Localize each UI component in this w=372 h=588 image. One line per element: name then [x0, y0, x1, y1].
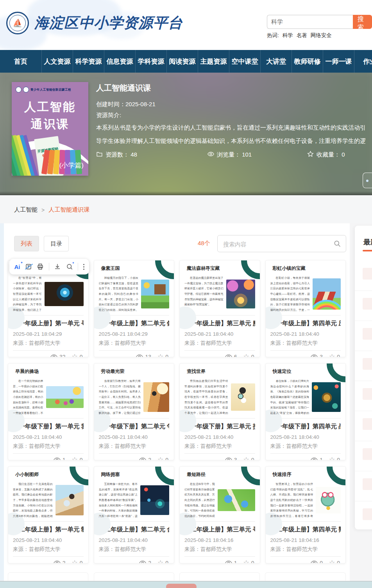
resource-card[interactable]: 查找世界 查找物品是我们日常生活中经常遇到的事情，比如在家中找某个玩具，在超市中… [179, 363, 260, 460]
favorite-count[interactable]: ☆0 [157, 456, 168, 460]
card-date: 2025-08-21 18:04:40 [13, 434, 84, 440]
search-sparkle-icon[interactable] [66, 263, 73, 270]
thumbnail-placeholder [363, 448, 372, 460]
resource-card[interactable]: 网络拥塞 互联网像一座巨大的、看不见的城市，里面有许多“信息高速公路”，这些“信… [94, 466, 175, 563]
nav-item-2[interactable]: 人文资源 [41, 50, 73, 73]
ai-logo-icon[interactable]: Ai [14, 264, 20, 270]
nav-item-11[interactable]: 一师一课 [323, 50, 354, 73]
card-description: 在彩虹小镇，每座房子都被涂上缤纷的色彩，镇中心为引人注目的是那座标志性的七彩世界… [270, 275, 310, 313]
latest-list-item[interactable] [355, 351, 372, 381]
favorite-count[interactable]: ☆0 [157, 353, 168, 357]
program-logo-icon [23, 87, 29, 93]
breadcrumb-section: 人工智能 > 人工智能通识课 [0, 195, 372, 223]
card-description: 神秘魔方的指引下，小朋友们穿越到了像素王国，想在这里生存下去，首先需要熟悉这个世… [99, 275, 139, 313]
favorite-count[interactable]: ☆0 [329, 559, 340, 563]
nav-item-1[interactable]: 首页 [0, 50, 41, 73]
nav-item-10[interactable]: 教师研修 [292, 50, 323, 73]
card-source: 来源：首都师范大学 [270, 340, 341, 347]
hot-word-link[interactable]: 网络安全 [311, 32, 332, 38]
active-tab-underline [363, 250, 372, 251]
header-search-button[interactable]: 搜索 [353, 15, 372, 29]
tab-catalog-view[interactable]: 目录 [44, 236, 69, 251]
stat-folder: 资源数： 48 [96, 151, 137, 159]
card-thumbnail-green-map-paths [218, 489, 255, 511]
star-icon: ☆ [329, 353, 335, 357]
thumbnail-placeholder [363, 358, 372, 370]
thumbnail-placeholder [363, 298, 372, 310]
cover-edition: (小学篇) [59, 161, 84, 170]
created-time: 创建时间：2025-08-21 [96, 101, 156, 108]
star-icon [307, 151, 314, 159]
search-icon[interactable] [333, 240, 341, 248]
latest-list-item[interactable] [355, 501, 372, 529]
header-search-input[interactable] [267, 15, 353, 29]
translate-icon[interactable] [25, 263, 32, 270]
latest-list-item[interactable] [355, 261, 372, 291]
favorite-count[interactable]: ☆0 [329, 353, 340, 357]
star-icon: ☆ [243, 559, 249, 563]
resource-card[interactable]: 像素王国 神秘魔方的指引下，小朋友们穿越到了像素王国，想在这里生存下去，首先需要… [94, 260, 175, 357]
printer-icon[interactable] [37, 263, 44, 270]
thumbnail-placeholder [363, 508, 372, 520]
nav-item-7[interactable]: 主题资源 [198, 50, 229, 73]
resource-card[interactable]: 小小制图师 我们生活在一个充满色彩的世界里，五颜六色构成了美丽的图画。我们身边处… [8, 466, 89, 563]
favorite-count[interactable]: ☆0 [243, 353, 254, 357]
resource-card[interactable]: 快速定位 各位旅客，小朋友们来到大海边会想到什么？是奇妙的海底、《海底总动员》里… [265, 363, 346, 460]
resource-card[interactable]: 魔法森林寻宝藏 在遥远的魔法森林里出现了一件魔法宝物，为了防止魔法森林被坏蛋人破… [179, 260, 260, 357]
download-icon[interactable] [54, 263, 61, 270]
nav-item-5[interactable]: 学科资源 [135, 50, 166, 73]
resource-card[interactable]: 彩虹小镇的宝藏 在彩虹小镇，每座房子都被涂上缤纷的色彩，镇中心为引人注目的是那座… [265, 260, 346, 357]
favorite-count[interactable]: ☆0 [72, 353, 82, 357]
resource-card[interactable]: 寻宝智慧谷 在“智慧谷”中，有一群热爱计算机科学的小探险家，他们听说：智慧谷深处… [8, 260, 89, 357]
sailboat-emblem-icon: ⛵ [9, 15, 26, 31]
favorite-count[interactable]: ☆0 [243, 559, 254, 563]
latest-list-item[interactable] [355, 291, 372, 321]
card-thumbnail-boy-with-magnifier [231, 383, 255, 411]
latest-list-item[interactable] [355, 321, 372, 351]
resource-card[interactable]: 劳动最光荣 当需要打扫教室时，如果只有一个人，打扫工作（扫地拖地、擦黑板等）会花… [94, 363, 175, 460]
star-icon: ☆ [72, 456, 77, 460]
favorite-count[interactable]: ☆0 [72, 559, 82, 563]
nav-item-9[interactable]: 大讲堂 [260, 50, 292, 73]
nav-item-3[interactable]: 科学资源 [73, 50, 104, 73]
nav-item-8[interactable]: 空中课堂 [229, 50, 260, 73]
resource-card[interactable]: 最短路径 在生活和学习中，我们经常需要表示物体位置或方向关系及其位置、方向之间的… [179, 466, 260, 563]
book-cover[interactable]: 青少年人工智能创新启蒙工程 人工智能 通识课 (小学篇) 开源鸿蒙探秘创新实践 [12, 82, 88, 176]
hot-word-link[interactable]: 名著 [297, 32, 307, 38]
favorite-count[interactable]: ☆0 [72, 456, 82, 460]
site-logo[interactable]: ⛵ [6, 12, 29, 34]
hero-side-button[interactable] [363, 173, 372, 188]
tab-latest[interactable]: 最新 [363, 237, 372, 247]
latest-list-item[interactable] [355, 411, 372, 441]
nav-item-6[interactable]: 阅读资源 [166, 50, 198, 73]
favorite-count[interactable]: ☆0 [157, 559, 168, 563]
resource-card[interactable]: 快速排序 智慧星球上，智慧谷的小伙伴们图书馆的图书变得“混乱”，乱七八糟、不成队… [265, 466, 346, 563]
bottom-bar-handle[interactable] [166, 584, 197, 588]
latest-list-item[interactable] [355, 441, 372, 471]
resource-card[interactable]: 早晨的操场 在一个阳光明媚的早晨，一年级的小朋友们在操场上快乐地玩耍，有的小朋友… [8, 363, 89, 460]
star-icon: ☆ [329, 559, 335, 563]
nav-item-4[interactable]: 信息资源 [104, 50, 135, 73]
favorite-count[interactable]: ☆0 [329, 456, 340, 460]
resource-card-grid: 寻宝智慧谷 在“智慧谷”中，有一群热爱计算机科学的小探险家，他们听说：智慧谷深处… [8, 260, 346, 563]
star-icon: ☆ [72, 559, 77, 563]
more-icon[interactable] [83, 264, 84, 270]
hot-word-link[interactable]: 科学 [283, 32, 293, 38]
breadcrumb-parent[interactable]: 人工智能 [14, 206, 38, 214]
resource-hero: 青少年人工智能创新启蒙工程 人工智能 通识课 (小学篇) 开源鸿蒙探秘创新实践 … [0, 73, 372, 195]
card-heading: 最短路径 [184, 471, 255, 478]
eye-icon [139, 560, 146, 564]
card-description: 互联网像一座巨大的、看不见的城市，里面有许多“信息高速公路”，这些“信息高速公路… [99, 481, 138, 519]
latest-list-item[interactable] [355, 381, 372, 411]
card-description: 我们生活在一个充满色彩的世界里，五颜六色构成了美丽的图画。我们身边处处有地图的影… [13, 481, 53, 519]
card-date: 2025-08-21 18:04:40 [184, 331, 255, 337]
card-description: 智慧星球上，智慧谷的小伙伴们图书馆的图书变得“混乱”，乱七八糟、不成队形。我们有… [270, 481, 313, 519]
content-search-input[interactable] [222, 236, 329, 252]
favorite-count[interactable]: ☆0 [243, 456, 254, 460]
card-heading: 网络拥塞 [99, 471, 170, 478]
view-count: 2 [139, 560, 151, 564]
nav-item-12[interactable]: 作业 [354, 50, 372, 73]
tab-list-view[interactable]: 列表 [14, 236, 39, 251]
latest-list-item[interactable] [355, 471, 372, 501]
resource-title: 人工智能通识课 [96, 83, 151, 93]
